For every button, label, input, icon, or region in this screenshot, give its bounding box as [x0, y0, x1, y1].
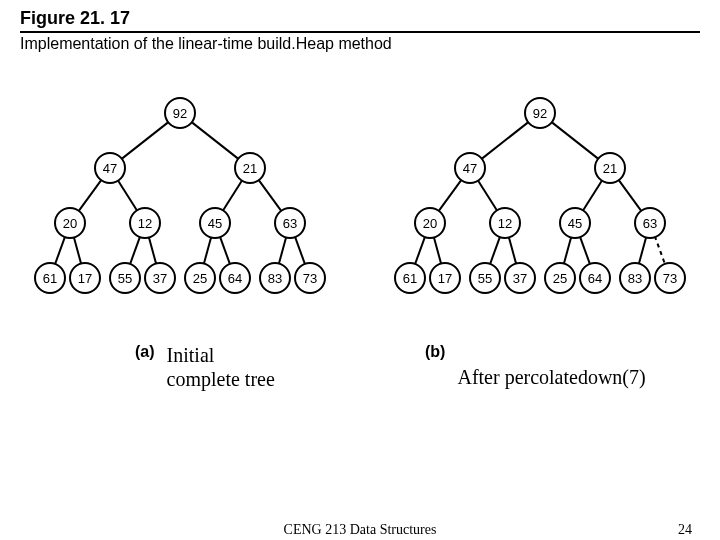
- panel-labels: (a) Initial complete tree (b) After perc…: [0, 343, 720, 391]
- footer-page-number: 24: [678, 522, 692, 538]
- tree-node: 12: [489, 207, 521, 239]
- trees-container: 924721201245636117553725648373 924721201…: [0, 93, 720, 333]
- tree-edge: [438, 179, 462, 211]
- tree-edge: [149, 237, 157, 265]
- tree-node: 21: [234, 152, 266, 184]
- tree-node: 20: [54, 207, 86, 239]
- tree-edge: [490, 236, 500, 265]
- tree-node: 37: [144, 262, 176, 294]
- tree-edge: [279, 237, 287, 265]
- tree-edge: [618, 179, 642, 211]
- tree-node: 83: [259, 262, 291, 294]
- tree-node: 45: [199, 207, 231, 239]
- tree-edge: [55, 236, 65, 265]
- tree-edge: [258, 179, 282, 211]
- tree-edge: [478, 180, 498, 211]
- tree-edge: [220, 236, 230, 265]
- tree-edge: [204, 237, 212, 265]
- tree-node: 63: [634, 207, 666, 239]
- tree-node: 47: [94, 152, 126, 184]
- panel-b-letter: (b): [425, 343, 445, 361]
- tree-node: 25: [544, 262, 576, 294]
- tree-node: 61: [34, 262, 66, 294]
- figure-title: Figure 21. 17: [20, 8, 700, 33]
- tree-edge: [434, 237, 442, 265]
- tree-node: 64: [579, 262, 611, 294]
- tree-node: 17: [429, 262, 461, 294]
- tree-edge: [583, 180, 603, 211]
- tree-node: 25: [184, 262, 216, 294]
- tree-edge: [295, 236, 305, 265]
- tree-node: 37: [504, 262, 536, 294]
- tree-node: 55: [109, 262, 141, 294]
- tree-node: 63: [274, 207, 306, 239]
- tree-node: 45: [559, 207, 591, 239]
- tree-node: 47: [454, 152, 486, 184]
- tree-edge: [481, 122, 529, 160]
- tree-edge: [118, 180, 138, 211]
- tree-node: 92: [164, 97, 196, 129]
- tree-edge: [580, 236, 590, 265]
- tree-edge: [74, 237, 82, 265]
- panel-b-caption: After percolatedown(7): [457, 365, 645, 389]
- tree-node: 64: [219, 262, 251, 294]
- tree-node: 73: [654, 262, 686, 294]
- tree-node: 20: [414, 207, 446, 239]
- tree-node: 61: [394, 262, 426, 294]
- tree-edge: [551, 122, 599, 160]
- panel-a-letter: (a): [135, 343, 155, 361]
- figure-subtitle: Implementation of the linear-time build.…: [20, 35, 700, 53]
- tree-edge: [564, 237, 572, 265]
- tree-edge: [223, 180, 243, 211]
- tree-node: 92: [524, 97, 556, 129]
- tree-node: 55: [469, 262, 501, 294]
- tree-edge: [639, 237, 647, 265]
- tree-node: 21: [594, 152, 626, 184]
- tree-edge: [121, 122, 169, 160]
- tree-edge: [415, 236, 425, 265]
- tree-a: 924721201245636117553725648373: [15, 93, 345, 333]
- tree-edge: [655, 236, 665, 265]
- tree-edge: [78, 179, 102, 211]
- tree-edge: [509, 237, 517, 265]
- tree-node: 83: [619, 262, 651, 294]
- tree-node: 73: [294, 262, 326, 294]
- tree-node: 17: [69, 262, 101, 294]
- tree-node: 12: [129, 207, 161, 239]
- footer-course: CENG 213 Data Structures: [284, 522, 437, 538]
- panel-a-caption: Initial complete tree: [167, 343, 275, 391]
- tree-edge: [191, 122, 239, 160]
- tree-edge: [130, 236, 140, 265]
- tree-b: 924721201245636117553725648373: [375, 93, 705, 333]
